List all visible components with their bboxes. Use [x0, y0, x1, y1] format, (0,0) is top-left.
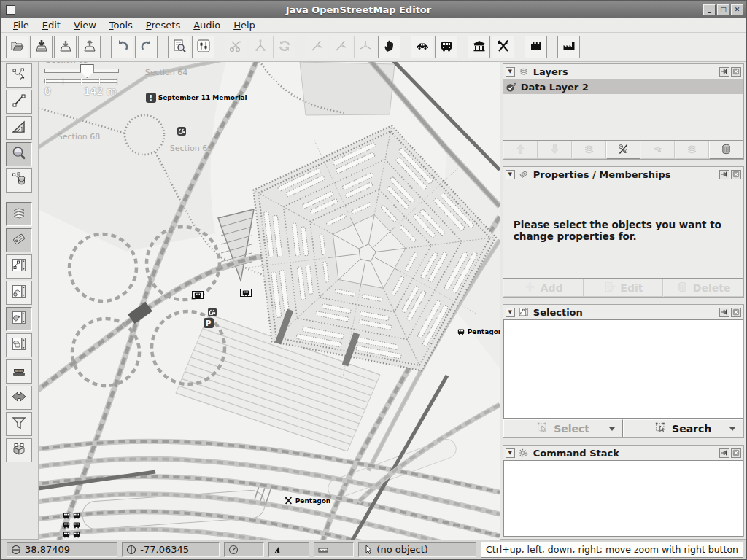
preset-restaurant-button[interactable] [492, 36, 514, 58]
pin-icon[interactable] [719, 308, 729, 317]
combine-way-button[interactable] [249, 36, 271, 58]
preset-bus-button[interactable] [435, 36, 457, 58]
upload-button[interactable] [78, 36, 101, 58]
zoom-to-data-button[interactable] [168, 36, 190, 58]
properties-panel-title: Properties / Memberships [533, 169, 718, 180]
command-stack-panel: ▼ Command Stack [503, 445, 744, 537]
tool-zoom[interactable] [6, 142, 32, 166]
layer-move-up-button[interactable] [503, 141, 538, 159]
menu-item[interactable]: File [7, 19, 36, 31]
arrowup-icon [514, 143, 527, 158]
toggle-conflict-panel[interactable] [6, 386, 32, 410]
menu-item[interactable]: Edit [36, 19, 67, 31]
layer-row[interactable]: Data Layer 2 [503, 79, 743, 94]
distance-field [314, 542, 355, 557]
tool-select[interactable] [6, 63, 32, 88]
searchcur-icon [655, 421, 667, 436]
status-help-text: Ctrl+up, left, down, right; move zoom wi… [481, 542, 743, 558]
toggle-mappaint-panel[interactable] [6, 307, 32, 331]
toolbar-group [410, 36, 458, 58]
toggle-filter-panel[interactable] [6, 412, 32, 436]
preset-factory-button[interactable] [557, 36, 580, 58]
menu-item[interactable]: View [67, 19, 103, 31]
scale-min-label: 0 [44, 85, 51, 97]
layer-delete-button[interactable] [709, 141, 743, 159]
pin-icon[interactable] [719, 448, 729, 458]
layers-icon [518, 66, 530, 77]
join1-icon [310, 39, 325, 55]
add-property-button[interactable]: Add [503, 279, 584, 297]
toolbar-group [167, 36, 215, 58]
factory-icon [562, 39, 576, 55]
toggle-properties-panel[interactable] [6, 228, 32, 252]
split-way-button[interactable] [225, 36, 247, 58]
preset-tourism-button[interactable] [468, 36, 490, 58]
update-data-button[interactable] [273, 36, 295, 58]
layers-icon [11, 205, 27, 223]
toggle-selection-panel[interactable] [6, 254, 32, 279]
selection-search-button[interactable]: Search [623, 419, 743, 438]
toolbar-group [305, 36, 401, 58]
maximize-button[interactable]: □ [717, 4, 729, 15]
layer-merge-down-button[interactable] [640, 141, 675, 159]
relsel-icon [11, 284, 27, 302]
tool-delete[interactable] [6, 168, 32, 192]
menu-item[interactable]: Help [227, 19, 262, 31]
bank-icon [472, 39, 487, 55]
collapse-icon[interactable]: ▼ [506, 67, 515, 77]
unjoin-node-button[interactable] [330, 36, 352, 58]
toggle-notes-panel[interactable]: NOTES [6, 359, 32, 384]
toggle-changeset-panel[interactable] [6, 438, 32, 462]
pin-icon[interactable] [719, 170, 729, 179]
collapse-icon[interactable]: ▼ [506, 308, 515, 317]
download-button[interactable] [54, 36, 77, 58]
minimize-button[interactable]: _ [703, 4, 716, 15]
menu-item[interactable]: Presets [139, 19, 187, 31]
chevron-down-icon[interactable] [609, 427, 615, 431]
bus-icon [439, 39, 454, 55]
latitude-icon [11, 545, 21, 555]
open-button[interactable] [6, 36, 28, 58]
menu-item[interactable]: Tools [103, 19, 139, 31]
layer-duplicate-button[interactable] [675, 141, 709, 159]
close-icon[interactable] [731, 170, 741, 179]
preset-castle-button[interactable] [525, 36, 547, 58]
layer-visibility-button[interactable] [606, 141, 640, 159]
selection-select-button[interactable]: Select [503, 419, 624, 438]
join-node-button[interactable] [306, 36, 328, 58]
save-button[interactable] [30, 36, 53, 58]
scale-bar [44, 79, 117, 83]
collapse-icon[interactable]: ▼ [506, 448, 515, 458]
close-icon[interactable] [731, 67, 741, 77]
undo-button[interactable] [111, 36, 133, 58]
preset-car-button[interactable] [411, 36, 433, 58]
delete-property-button[interactable]: Delete [663, 279, 743, 297]
unglue-button[interactable] [354, 36, 376, 58]
close-icon[interactable] [731, 308, 741, 317]
close-icon[interactable] [731, 448, 741, 458]
pan-hand-button[interactable] [378, 36, 400, 58]
tool-draw-node[interactable] [6, 90, 32, 114]
selection-list[interactable] [503, 319, 743, 419]
redo-button[interactable] [135, 36, 158, 58]
tag-icon [518, 169, 530, 179]
layers-panel-title: Layers [533, 66, 718, 77]
chevron-down-icon[interactable] [729, 427, 735, 431]
preferences-button[interactable] [192, 36, 214, 58]
layer-move-down-button[interactable] [538, 141, 572, 159]
magnifier-icon [11, 145, 27, 163]
collapse-icon[interactable]: ▼ [506, 170, 515, 179]
tool-measure[interactable] [6, 116, 32, 140]
map-canvas [39, 62, 500, 540]
layer-merge-button[interactable] [572, 141, 606, 159]
edit-property-button[interactable]: Edit [584, 279, 664, 297]
upload-icon [82, 39, 97, 55]
menu-item[interactable]: Audio [187, 19, 227, 31]
close-button[interactable]: ✕ [731, 4, 743, 15]
pin-icon[interactable] [719, 67, 729, 77]
toggle-relations-panel[interactable] [6, 333, 32, 357]
toggle-relation-panel[interactable] [6, 281, 32, 305]
trash-icon [720, 143, 732, 158]
map-view[interactable]: Section 65Section 64Section 68Section 69… [39, 62, 500, 540]
toggle-layers-panel[interactable] [6, 202, 32, 226]
